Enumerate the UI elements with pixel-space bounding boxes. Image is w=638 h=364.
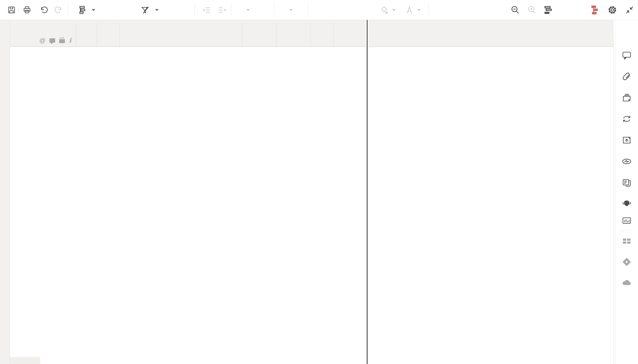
gantt-timeline-header[interactable] <box>369 20 614 47</box>
gantt-scroll-gutter <box>613 37 614 364</box>
sidebar-update-requests-button[interactable] <box>621 114 632 124</box>
zoom-in-button[interactable] <box>527 0 536 20</box>
font-size-select[interactable] <box>286 0 293 20</box>
grid-gantt-divider[interactable] <box>366 20 369 364</box>
publish-icon <box>621 135 632 145</box>
print-icon <box>23 6 31 14</box>
toolbar-separator <box>68 4 68 16</box>
sidebar-charts-button[interactable] <box>621 216 632 226</box>
sidebar-connectors-button[interactable] <box>621 256 632 268</box>
gantt-panel <box>369 20 615 364</box>
gear-icon <box>607 5 617 15</box>
undo-button[interactable] <box>40 0 48 20</box>
chevron-down-icon <box>289 9 293 11</box>
chevron-down-icon <box>92 9 95 11</box>
toolbar-separator <box>274 4 274 16</box>
diamond-icon <box>621 256 632 268</box>
dependency-connectors <box>369 47 607 364</box>
outdent-icon <box>202 6 211 14</box>
attachment-icon <box>621 71 632 82</box>
comments-icon <box>621 50 632 60</box>
gantt-view-icon <box>77 6 86 14</box>
update-requests-icon <box>621 114 632 124</box>
font-color-button[interactable] <box>405 0 421 20</box>
zoom-out-icon <box>510 5 520 14</box>
baselines-button[interactable] <box>543 0 555 20</box>
redo-icon <box>55 6 63 14</box>
toolbar <box>0 0 638 20</box>
charts-icon <box>621 216 632 226</box>
proofs-icon <box>621 92 632 103</box>
undo-icon <box>40 6 48 14</box>
summary-icon <box>621 178 632 188</box>
filter-icon <box>141 6 149 14</box>
info-italic-icon: i <box>69 37 71 44</box>
chevron-down-icon <box>392 9 396 11</box>
chevron-down-icon <box>246 9 250 11</box>
scroll-corner <box>10 357 40 364</box>
sidebar-divider <box>619 231 633 231</box>
sidebar-brandfolder-button[interactable] <box>621 198 632 208</box>
sidebar-activity-log-button[interactable] <box>621 156 632 166</box>
chevron-down-icon <box>417 9 421 11</box>
gantt-body <box>369 47 607 364</box>
font-family-select[interactable] <box>243 0 250 20</box>
print-button[interactable] <box>23 0 31 20</box>
indent-icon <box>218 6 226 14</box>
smartsheet-gantt-app: @ i <box>0 0 638 364</box>
mention-icon: @ <box>40 37 46 44</box>
redo-button[interactable] <box>55 0 63 20</box>
filter-button[interactable] <box>141 0 159 20</box>
zoom-in-icon <box>527 5 536 14</box>
archive-icon <box>59 39 65 43</box>
sidebar-comments-button[interactable] <box>621 50 632 60</box>
activity-log-icon <box>621 156 632 166</box>
toolbar-separator <box>308 4 308 16</box>
save-button[interactable] <box>8 0 16 20</box>
right-sidebar <box>615 20 638 364</box>
grid-rows <box>0 47 366 358</box>
sidebar-attachments-button[interactable] <box>621 71 632 82</box>
left-rail <box>0 20 10 364</box>
grid-header: @ i <box>0 20 366 47</box>
toolbar-separator <box>195 4 195 16</box>
save-icon <box>8 6 16 14</box>
collapse-icon <box>625 6 634 14</box>
outdent-button[interactable] <box>202 0 211 20</box>
fill-color-icon <box>380 6 389 14</box>
font-color-icon <box>405 6 414 14</box>
critical-path-icon <box>590 5 599 15</box>
sidebar-proofs-button[interactable] <box>621 92 632 103</box>
indent-button[interactable] <box>218 0 226 20</box>
chevron-down-icon <box>155 9 159 11</box>
gutter-column-icons: @ i <box>40 37 71 44</box>
baselines-icon <box>543 5 552 14</box>
sidebar-cloud-button[interactable] <box>621 277 632 288</box>
cloud-icon <box>621 277 632 288</box>
view-selector[interactable] <box>77 0 95 20</box>
critical-path-button[interactable] <box>590 0 599 20</box>
zoom-out-button[interactable] <box>510 0 520 20</box>
brandfolder-icon <box>621 198 632 208</box>
apps-grid-icon <box>621 236 632 246</box>
collapse-panel-button[interactable] <box>625 0 634 20</box>
settings-button[interactable] <box>607 0 617 20</box>
fill-color-button[interactable] <box>380 0 396 20</box>
toolbar-separator <box>231 4 231 16</box>
comment-icon <box>50 38 55 43</box>
sidebar-apps-button[interactable] <box>621 236 632 246</box>
sidebar-publish-button[interactable] <box>621 135 632 145</box>
sidebar-summary-button[interactable] <box>621 178 632 188</box>
toolbar-separator <box>428 4 428 16</box>
